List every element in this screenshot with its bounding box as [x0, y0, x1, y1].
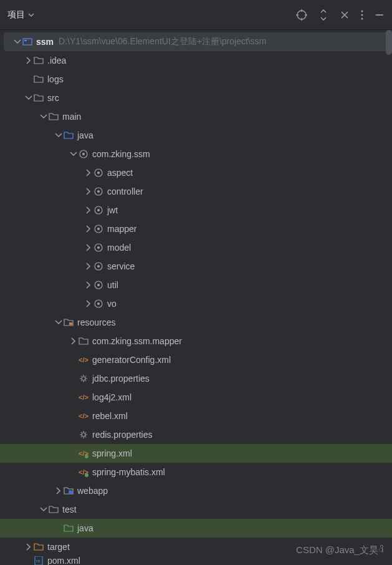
package-icon — [93, 299, 103, 309]
project-toolbar: 项目 — [0, 0, 392, 30]
chevron-right-icon[interactable] — [84, 280, 93, 290]
tree-item-mapper[interactable]: mapper — [0, 220, 392, 238]
package-icon — [93, 186, 103, 196]
folder-icon — [34, 56, 44, 65]
folder-icon — [49, 505, 59, 514]
tree-item-controller[interactable]: controller — [0, 182, 392, 201]
package-icon — [93, 224, 103, 234]
tree-label: com.zking.ssm — [92, 149, 150, 159]
tree-item-spring[interactable]: spring.xml — [0, 444, 392, 463]
target-icon[interactable] — [296, 9, 307, 21]
tree-item-springmybatis[interactable]: spring-mybatis.xml — [0, 463, 392, 481]
package-icon — [93, 205, 103, 215]
resources-folder-icon — [64, 317, 74, 327]
gear-icon — [79, 430, 88, 440]
chevron-right-icon[interactable] — [84, 299, 93, 309]
tree-item-package[interactable]: com.zking.ssm — [0, 145, 392, 163]
tree-item-jdbcprops[interactable]: jdbc.properties — [0, 369, 392, 388]
project-path: D:\Y1\ssm\vue\06.ElementUI之登陆+注册\project… — [59, 36, 266, 47]
project-tree: ssm D:\Y1\ssm\vue\06.ElementUI之登陆+注册\pro… — [0, 30, 392, 565]
chevron-right-icon[interactable] — [84, 261, 93, 271]
package-icon — [79, 149, 88, 159]
chevron-right-icon[interactable] — [24, 56, 34, 65]
tree-label: resources — [77, 317, 115, 327]
tree-label: mapper — [107, 224, 136, 234]
tree-label: model — [107, 243, 131, 253]
svg-point-11 — [297, 11, 306, 19]
tree-item-idea[interactable]: .idea — [0, 51, 392, 70]
package-icon — [93, 280, 103, 290]
package-icon — [93, 243, 103, 253]
tree-label: log4j2.xml — [92, 392, 131, 402]
tree-item-webapp[interactable]: webapp — [0, 481, 392, 500]
chevron-right-icon[interactable] — [54, 486, 64, 496]
tree-label: main — [62, 112, 81, 122]
tree-label: jwt — [107, 205, 118, 215]
tree-label: src — [47, 93, 59, 103]
chevron-right-icon[interactable] — [24, 542, 34, 552]
package-icon — [93, 168, 103, 178]
tree-label: com.zking.ssm.mapper — [92, 336, 182, 346]
chevron-down-icon[interactable] — [54, 130, 64, 140]
toolbar-title: 项目 — [7, 9, 25, 21]
more-icon[interactable] — [361, 10, 363, 20]
chevron-down-icon[interactable] — [24, 93, 34, 103]
svg-point-13 — [361, 14, 363, 16]
chevron-down-icon[interactable] — [39, 505, 49, 514]
xml-file-icon — [79, 355, 88, 365]
maven-file-icon — [34, 556, 44, 565]
gear-icon — [79, 374, 88, 384]
tree-item-test[interactable]: test — [0, 500, 392, 519]
watermark: CSDN @Java_文昊᭄ — [296, 544, 383, 556]
chevron-right-icon[interactable] — [69, 336, 79, 346]
xml-file-icon — [79, 411, 88, 421]
tree-item-resources[interactable]: resources — [0, 313, 392, 332]
folder-icon — [49, 112, 59, 122]
spring-xml-icon — [79, 467, 88, 477]
package-icon — [93, 261, 103, 271]
tree-item-test-java[interactable]: java — [0, 519, 392, 538]
vertical-scrollbar[interactable] — [386, 30, 392, 55]
tree-item-jwt[interactable]: jwt — [0, 201, 392, 220]
folder-icon — [34, 74, 44, 84]
chevron-right-icon[interactable] — [84, 224, 93, 234]
tree-label: ssm — [36, 37, 54, 47]
tree-item-logs[interactable]: logs — [0, 70, 392, 89]
expand-collapse-icon[interactable] — [318, 9, 328, 21]
project-view-selector[interactable]: 项目 — [7, 9, 35, 21]
tree-label: util — [107, 280, 118, 290]
tree-label: spring-mybatis.xml — [92, 467, 165, 477]
chevron-right-icon[interactable] — [84, 243, 93, 253]
chevron-down-icon[interactable] — [12, 37, 22, 47]
svg-point-12 — [361, 10, 363, 12]
web-folder-icon — [64, 486, 74, 496]
chevron-down-icon[interactable] — [39, 112, 49, 122]
tree-item-main[interactable]: main — [0, 107, 392, 126]
tree-item-vo[interactable]: vo — [0, 294, 392, 313]
chevron-right-icon[interactable] — [84, 186, 93, 196]
tree-item-mapper-pkg[interactable]: com.zking.ssm.mapper — [0, 332, 392, 350]
chevron-right-icon[interactable] — [84, 205, 93, 215]
minimize-icon[interactable] — [375, 10, 385, 20]
tree-label: java — [77, 523, 93, 533]
tree-root-ssm[interactable]: ssm D:\Y1\ssm\vue\06.ElementUI之登陆+注册\pro… — [4, 32, 388, 51]
tree-label: target — [47, 542, 70, 552]
tree-item-service[interactable]: service — [0, 257, 392, 276]
tree-item-model[interactable]: model — [0, 238, 392, 257]
tree-item-rebel[interactable]: rebel.xml — [0, 407, 392, 425]
tree-item-aspect[interactable]: aspect — [0, 163, 392, 182]
tree-label: redis.properties — [92, 430, 153, 440]
tree-item-java[interactable]: java — [0, 126, 392, 145]
tree-label: logs — [47, 74, 64, 84]
tree-item-redisprops[interactable]: redis.properties — [0, 425, 392, 444]
tree-item-generatorconfig[interactable]: generatorConfig.xml — [0, 350, 392, 369]
chevron-down-icon[interactable] — [54, 317, 64, 327]
tree-label: rebel.xml — [92, 411, 128, 421]
chevron-right-icon[interactable] — [84, 168, 93, 178]
close-icon[interactable] — [340, 10, 350, 20]
tree-item-log4j2[interactable]: log4j2.xml — [0, 388, 392, 407]
tree-item-pom[interactable]: pom.xml — [0, 556, 392, 565]
chevron-down-icon[interactable] — [69, 149, 79, 159]
tree-item-src[interactable]: src — [0, 89, 392, 107]
tree-item-util[interactable]: util — [0, 276, 392, 294]
